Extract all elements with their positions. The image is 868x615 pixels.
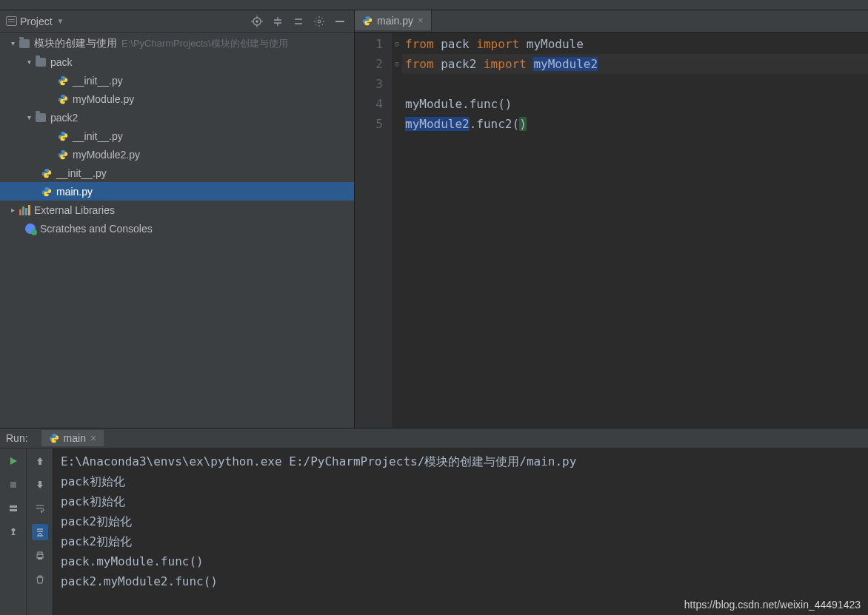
locate-icon[interactable] [249,13,265,30]
run-tab-main[interactable]: main × [41,430,104,446]
code-area[interactable]: from pack import myModule from pack2 imp… [402,33,868,428]
code-text: pack [441,37,470,51]
caret-down-icon[interactable]: ▾ [24,58,34,66]
console-line: pack.myModule.func() [61,551,861,571]
code-keyword: import [484,57,527,71]
svg-rect-4 [10,482,16,488]
print-icon[interactable] [32,548,48,564]
tree-path-hint: E:\PyCharmProjects\模块的创建与使用 [121,37,288,50]
line-number: 5 [355,114,383,134]
tree-label: main.py [56,186,93,198]
editor-tab-bar: main.py × [355,10,868,33]
tree-label: 模块的创建与使用 [34,37,117,50]
tree-label: pack [50,56,73,68]
tree-file-main[interactable]: main.py [0,182,354,201]
scroll-to-end-icon[interactable] [32,524,48,540]
rerun-icon[interactable] [5,453,21,469]
python-file-icon [56,148,70,161]
collapse-all-icon[interactable] [290,13,307,30]
python-file-icon [56,93,70,106]
tree-label: __init__.py [73,130,123,142]
code-keyword: import [476,37,519,51]
console-line: pack2.myModule2.func() [61,571,861,591]
line-number: 1 [355,34,383,54]
python-file-icon [40,185,53,198]
python-file-icon [56,130,70,143]
folder-icon [18,37,31,50]
close-tab-icon[interactable]: × [90,432,96,444]
editor: main.py × 1 2 3 4 5 ⊖ ⊖ from pack [355,10,868,428]
caret-down-icon[interactable]: ▾ [7,39,18,47]
editor-tab-main[interactable]: main.py × [355,10,432,32]
project-tool-window: Project ▼ ▾ 模块的创建与使用 E:\PyCharmProjects\… [0,10,355,428]
tree-label: pack2 [50,112,78,124]
tree-file[interactable]: myModule.py [0,90,354,108]
line-number-gutter: 1 2 3 4 5 [355,33,392,428]
code-text: myModule2 [533,57,598,71]
run-label: Run: [6,432,28,444]
code-keyword: from [405,57,434,71]
fold-marker-icon[interactable]: ⊖ [392,54,402,74]
run-controls-right [27,448,53,615]
stop-icon[interactable] [5,477,21,493]
tree-file[interactable]: myModule2.py [0,145,354,164]
down-arrow-icon[interactable] [32,477,48,493]
console-output[interactable]: E:\Anaconda3\envs\ex\python.exe E:/PyCha… [53,448,868,615]
scratches-icon [24,222,37,235]
settings-gear-icon[interactable] [311,13,327,30]
tree-root[interactable]: ▾ 模块的创建与使用 E:\PyCharmProjects\模块的创建与使用 [0,34,354,53]
libraries-icon [18,204,31,217]
code-text: .func2( [470,117,519,131]
svg-rect-8 [38,552,42,554]
tree-file[interactable]: __init__.py [0,164,354,182]
editor-body[interactable]: 1 2 3 4 5 ⊖ ⊖ from pack import myModule [355,33,868,428]
python-file-icon [40,167,53,180]
tree-folder-pack[interactable]: ▾ pack [0,53,354,71]
python-file-icon [362,16,373,26]
tree-file[interactable]: __init__.py [0,127,354,145]
svg-rect-9 [38,557,42,559]
soft-wrap-icon[interactable] [32,500,48,517]
python-file-icon [49,433,59,443]
svg-point-1 [256,20,258,23]
up-arrow-icon[interactable] [32,453,48,469]
svg-rect-5 [10,505,17,508]
run-controls-left [0,448,27,615]
tree-label: Scratches and Consoles [40,223,153,235]
svg-rect-6 [10,509,17,511]
tree-label: External Libraries [34,204,115,216]
tab-label: main.py [377,15,413,27]
fold-marker-icon[interactable]: ⊖ [392,34,402,54]
code-text: myModule [527,37,584,51]
trash-icon[interactable] [32,571,48,588]
code-text: myModule2 [405,117,470,131]
folder-icon [34,56,47,69]
code-text: myModule.func() [405,97,513,111]
code-keyword: from [405,37,434,51]
window-top-strip [0,0,868,10]
project-view-icon[interactable] [6,16,17,26]
caret-down-icon[interactable]: ▾ [24,113,34,121]
project-panel-title[interactable]: Project [20,16,53,27]
layout-icon[interactable] [5,500,21,517]
expand-all-icon[interactable] [270,13,286,30]
project-dropdown-caret-icon[interactable]: ▼ [57,17,64,25]
workspace: Project ▼ ▾ 模块的创建与使用 E:\PyCharmProjects\… [0,10,868,428]
code-text: pack2 [441,57,476,71]
svg-rect-3 [335,21,344,22]
tree-label: myModule.py [73,93,134,105]
line-number: 2 [355,54,383,74]
close-tab-icon[interactable]: × [418,15,424,26]
tree-file[interactable]: __init__.py [0,71,354,90]
tree-external-libraries[interactable]: ▸ External Libraries [0,201,354,219]
tree-scratches[interactable]: Scratches and Consoles [0,219,354,238]
pin-icon[interactable] [5,524,21,540]
project-panel-header: Project ▼ [0,10,354,33]
run-tool-window: Run: main × E:\Anaconda3\envs\ex\python.… [0,428,868,615]
console-line: pack2初始化 [61,511,861,531]
caret-right-icon[interactable]: ▸ [7,206,18,214]
hide-panel-icon[interactable] [332,13,348,30]
tree-label: __init__.py [73,75,123,87]
tree-folder-pack2[interactable]: ▾ pack2 [0,108,354,127]
project-tree[interactable]: ▾ 模块的创建与使用 E:\PyCharmProjects\模块的创建与使用 ▾… [0,33,354,428]
